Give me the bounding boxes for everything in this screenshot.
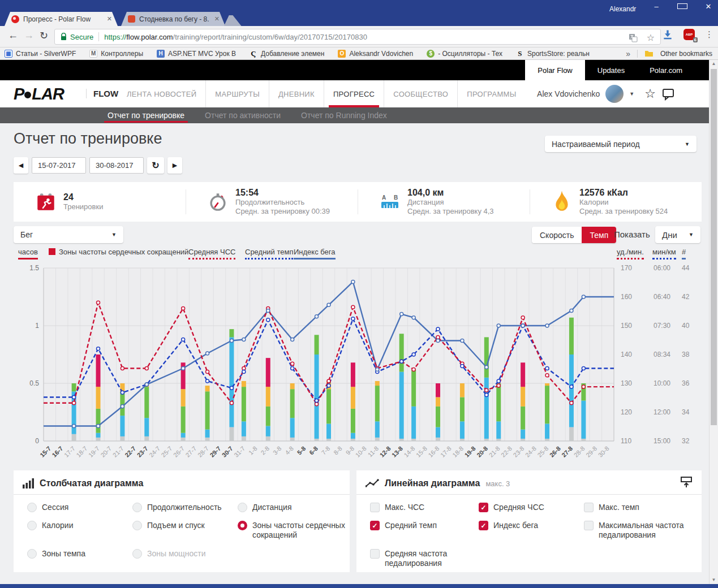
more-bookmarks-chevron[interactable]: » [626,49,630,58]
bookmark-star-icon[interactable]: ☆ [647,32,655,43]
checkbox-checked-icon[interactable]: ✓ [479,521,488,530]
radio-icon[interactable] [132,503,142,512]
nav-item-programs[interactable]: ПРОГРАММЫ [457,80,525,107]
svg-text:7-8: 7-8 [320,445,332,456]
scrollbar-thumb[interactable] [711,69,717,425]
checkbox-running-index[interactable]: ✓Индекс бега [479,521,538,530]
checkbox-checked-icon[interactable]: ✓ [370,521,380,530]
radio-selected-icon[interactable] [238,521,247,530]
browser-profile-name[interactable]: Alexandr [609,5,636,13]
tab2-favicon-icon [128,15,135,23]
polar-flow-link[interactable]: Polar Flow [525,60,584,80]
feedback-chat-icon[interactable] [661,87,675,101]
tab-running-index-report[interactable]: Отчет по Running Index [301,107,387,123]
window-minimize-button[interactable]: – [651,2,661,11]
translate-icon[interactable] [629,33,638,42]
nav-item-progress[interactable]: ПРОГРЕСС [324,80,384,107]
pace-button[interactable]: Темп [582,227,616,243]
avatar[interactable] [605,85,624,103]
radio-icon[interactable] [27,549,37,559]
window-maximize-button[interactable] [677,2,687,11]
checkbox-checked-icon[interactable]: ✓ [479,503,488,512]
radio-duration[interactable]: Продолжительность [132,503,222,512]
favorites-star-icon[interactable]: ☆ [644,87,656,101]
tab-close-icon[interactable]: ✕ [214,15,220,23]
browser-tab-inactive[interactable]: Стодневка по бегу - 8. С ✕ [121,12,225,26]
date-from-input[interactable] [32,157,86,174]
speed-button[interactable]: Скорость [532,227,582,243]
polar-com-link[interactable]: Polar.com [637,60,695,80]
tab-activity-report[interactable]: Отчет по активности [205,107,281,123]
radio-icon[interactable] [132,521,142,530]
radio-ascent-descent[interactable]: Подъем и спуск [132,521,205,530]
checkbox-avg-pace[interactable]: ✓Средний темп [370,521,437,530]
download-icon[interactable] [662,29,673,40]
forward-button[interactable]: → [24,29,34,41]
svg-text:26-8: 26-8 [548,445,562,459]
previous-period-button[interactable]: ◀ [14,157,28,174]
date-to-input[interactable] [89,157,144,174]
line-panel-limit: макс. 3 [485,479,510,488]
radio-icon[interactable] [27,521,37,530]
grouping-select[interactable]: Дни▼ [655,226,700,243]
nav-item-feed[interactable]: ЛЕНТА НОВОСТЕЙ [118,80,205,107]
radio-distance[interactable]: Дистанция [238,503,292,512]
nav-item-routes[interactable]: МАРШРУТЫ [205,80,269,107]
radio-pace-zones[interactable]: Зоны темпа [27,549,85,559]
page-scrollbar[interactable]: ▲ ▼ [709,60,718,584]
adblock-icon[interactable]: ABP6 [683,29,695,40]
user-name[interactable]: Alex Vdovichenko [537,89,600,98]
browser-menu-icon[interactable]: ⋮ [705,29,713,40]
tab-training-report[interactable]: Отчет по тренировке [108,107,184,123]
radio-icon[interactable] [238,503,247,512]
checkbox-avg-hr[interactable]: ✓Средняя ЧСС [479,503,544,512]
export-chart-icon[interactable] [680,476,693,488]
checkbox-icon[interactable] [584,521,594,530]
window-close-button[interactable]: ✕ [703,2,713,11]
radio-calories[interactable]: Калории [27,521,73,530]
sport-select[interactable]: Бег▼ [14,226,123,243]
checkbox-avg-cadence[interactable]: Средняя частота педалирования [370,549,484,568]
checkbox-icon[interactable] [584,503,594,512]
nav-item-diary[interactable]: ДНЕВНИК [269,80,324,107]
bookmark-item[interactable]: HASP.NET MVC Урок В [157,50,236,58]
chart-plot[interactable]: 1.510.5017016015014013012011006:0006:400… [14,261,702,468]
address-bar[interactable]: Secure https://flow.polar.com/training/r… [54,29,661,45]
refresh-button[interactable]: ↻ [147,157,164,174]
tab-close-icon[interactable]: ✕ [107,15,112,23]
checkbox-max-pace[interactable]: Макс. темп [584,503,639,512]
other-bookmarks-button[interactable]: Other bookmarks [660,50,712,58]
user-menu-caret-icon[interactable]: ▼ [629,91,634,97]
bookmark-item[interactable]: SSportsStore: реальн [516,50,590,58]
svg-text:130: 130 [621,379,632,387]
checkbox-max-hr[interactable]: Макс. ЧСС [370,503,424,512]
y-right-axis-label-index: # [682,248,686,260]
reload-button[interactable]: ↻ [40,29,48,42]
new-tab-button[interactable] [224,15,251,26]
radio-session[interactable]: Сессия [27,503,68,512]
browser-tab-active[interactable]: Прогресс - Polar Flow ✕ [5,12,118,26]
period-select[interactable]: Настраиваемый период▼ [545,136,696,152]
svg-text:11-8: 11-8 [367,445,380,458]
scroll-up-arrow-icon[interactable]: ▲ [710,60,718,68]
checkbox-icon[interactable] [370,549,380,559]
bookmark-item[interactable]: ϚДобавление элемен [250,50,324,58]
next-period-button[interactable]: ▶ [167,157,182,174]
updates-link[interactable]: Updates [585,60,637,80]
polar-logo[interactable]: PLAR [14,85,64,103]
radio-hr-zones[interactable]: Зоны частоты сердечных сокращений [238,521,350,540]
checkbox-icon[interactable] [370,503,380,512]
bookmark-item[interactable]: MКонтроллеры [89,50,143,58]
scroll-down-arrow-icon[interactable]: ▼ [710,576,718,584]
nav-item-community[interactable]: СООБЩЕСТВО [384,80,457,107]
radio-icon[interactable] [27,503,37,512]
bookmark-item[interactable]: $- Осцилляторы - Тех [427,50,502,58]
flow-label[interactable]: FLOW [86,89,118,98]
window-frame-bottom [0,584,718,588]
svg-text:12:00: 12:00 [653,408,670,416]
svg-text:31-7: 31-7 [233,445,246,459]
back-button[interactable]: ← [8,29,18,41]
bookmark-item[interactable]: OAleksandr Vdovichen [338,50,413,58]
checkbox-max-cadence[interactable]: Максимальная частота педалирования [584,521,698,540]
bookmark-item[interactable]: ▦Статьи - SilverWPF [5,50,76,58]
